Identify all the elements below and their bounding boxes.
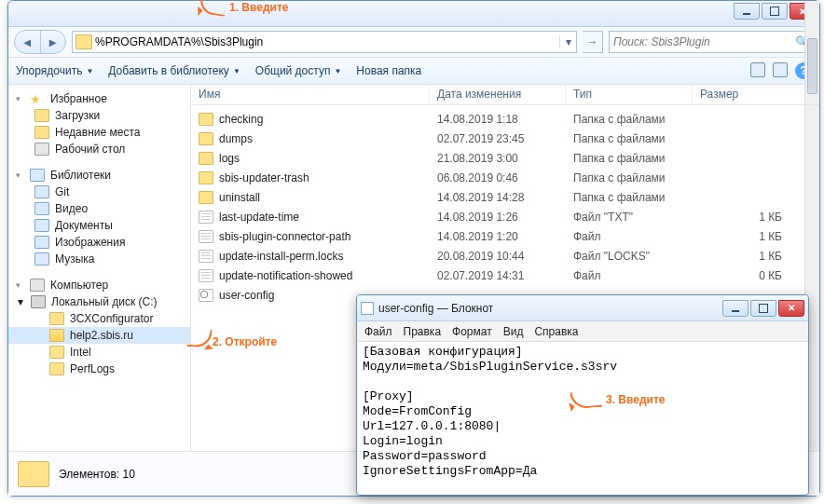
address-bar[interactable]: ▾ bbox=[72, 31, 577, 53]
folder-icon bbox=[49, 346, 64, 359]
address-dropdown-icon[interactable]: ▾ bbox=[559, 35, 576, 48]
tree-label: Изображения bbox=[55, 236, 125, 249]
file-name: last-update-time bbox=[219, 211, 299, 224]
nav-forward-button[interactable]: ► bbox=[40, 31, 66, 53]
file-type: Папка с файлами bbox=[566, 132, 693, 145]
file-date: 14.08.2019 1:20 bbox=[430, 230, 566, 243]
tree-item-desktop[interactable]: Рабочий стол bbox=[8, 141, 190, 157]
file-row[interactable]: checking14.08.2019 1:18Папка с файлами bbox=[191, 109, 819, 129]
col-date[interactable]: Дата изменения bbox=[430, 85, 566, 104]
tree-label: help2.sbis.ru bbox=[70, 329, 133, 342]
file-row[interactable]: update-notification-showed02.07.2019 14:… bbox=[191, 266, 819, 285]
chevron-down-icon: ▼ bbox=[86, 67, 93, 75]
tree-item-images[interactable]: Изображения bbox=[8, 234, 190, 251]
new-folder-button[interactable]: Новая папка bbox=[356, 64, 421, 77]
tree-label: Видео bbox=[55, 202, 88, 215]
column-headers: Имя Дата изменения Тип Размер bbox=[191, 85, 819, 105]
maximize-button[interactable] bbox=[762, 3, 788, 20]
file-row[interactable]: last-update-time14.08.2019 1:26Файл "TXT… bbox=[191, 207, 819, 226]
explorer-toolbar: Упорядочить▼ Добавить в библиотеку▼ Общи… bbox=[8, 57, 819, 85]
file-name: logs bbox=[219, 152, 240, 165]
file-name: user-config bbox=[219, 289, 274, 302]
file-type: Папка с файлами bbox=[566, 152, 693, 165]
menu-view[interactable]: Вид bbox=[503, 325, 524, 338]
notepad-maximize-button[interactable] bbox=[750, 300, 776, 317]
tree-item-perflogs[interactable]: PerfLogs bbox=[8, 361, 190, 377]
file-date: 14.08.2019 1:26 bbox=[430, 211, 566, 224]
menu-help[interactable]: Справка bbox=[534, 325, 578, 338]
folder-icon bbox=[199, 152, 213, 165]
notepad-menubar: Файл Правка Формат Вид Справка bbox=[357, 321, 808, 342]
share-menu[interactable]: Общий доступ▼ bbox=[255, 64, 342, 77]
minimize-button[interactable] bbox=[734, 3, 760, 20]
favorites-label: Избранное bbox=[50, 92, 107, 105]
search-box[interactable]: 🔍 bbox=[609, 31, 814, 53]
folder-icon bbox=[199, 132, 213, 145]
preview-pane-icon[interactable] bbox=[773, 62, 788, 77]
library-icon bbox=[34, 202, 49, 215]
tree-label: Музыка bbox=[55, 252, 94, 266]
libraries-header[interactable]: ▾Библиотеки bbox=[8, 167, 190, 184]
file-row[interactable]: sbis-plugin-connector-path14.08.2019 1:2… bbox=[191, 226, 819, 246]
nav-back-forward: ◄ ► bbox=[14, 30, 66, 54]
tree-label: Документы bbox=[55, 219, 113, 232]
file-date: 06.08.2019 0:46 bbox=[430, 171, 566, 184]
organize-menu[interactable]: Упорядочить▼ bbox=[16, 64, 93, 77]
notepad-close-button[interactable] bbox=[778, 300, 804, 317]
tree-label: Рабочий стол bbox=[55, 143, 125, 156]
collapse-icon: ▾ bbox=[18, 295, 23, 308]
file-row[interactable]: dumps02.07.2019 23:45Папка с файлами bbox=[191, 129, 819, 148]
tree-item-git[interactable]: Git bbox=[8, 184, 190, 200]
file-row[interactable]: update-install-perm.locks20.08.2019 10:4… bbox=[191, 246, 819, 266]
hdd-icon bbox=[31, 295, 46, 308]
tree-item-recent[interactable]: Недавние места bbox=[8, 124, 190, 141]
address-input[interactable] bbox=[95, 35, 559, 48]
status-text: Элементов: 10 bbox=[59, 468, 135, 481]
menu-edit[interactable]: Правка bbox=[404, 325, 442, 338]
notepad-title: user-config — Блокнот bbox=[361, 302, 493, 315]
file-date: 02.07.2019 14:31 bbox=[430, 269, 566, 282]
add-to-library-menu[interactable]: Добавить в библиотеку▼ bbox=[108, 64, 240, 77]
tree-item-intel[interactable]: Intel bbox=[8, 344, 190, 361]
computer-icon bbox=[30, 279, 45, 292]
collapse-icon: ▾ bbox=[16, 94, 24, 103]
favorites-header[interactable]: ▾★Избранное bbox=[8, 90, 190, 107]
notepad-content[interactable]: [Базовая конфигурация] Модули=meta/SbisP… bbox=[357, 342, 808, 482]
col-size[interactable]: Размер bbox=[693, 85, 819, 104]
notepad-title-text: user-config — Блокнот bbox=[378, 302, 493, 315]
notepad-minimize-button[interactable] bbox=[722, 300, 748, 317]
libraries-label: Библиотеки bbox=[50, 169, 111, 182]
folder-icon bbox=[76, 34, 92, 49]
search-input[interactable] bbox=[613, 35, 795, 48]
computer-label: Компьютер bbox=[50, 279, 108, 292]
libraries-icon bbox=[30, 169, 45, 182]
file-rows: checking14.08.2019 1:18Папка с файламиdu… bbox=[191, 105, 819, 305]
tree-item-documents[interactable]: Документы bbox=[8, 217, 190, 234]
go-refresh-button[interactable]: → bbox=[583, 31, 603, 53]
tree-item-help2[interactable]: help2.sbis.ru bbox=[8, 327, 190, 344]
tree-item-downloads[interactable]: Загрузки bbox=[8, 107, 190, 124]
collapse-icon: ▾ bbox=[16, 170, 24, 180]
tree-label: 3CXConfigurator bbox=[70, 312, 153, 325]
file-date: 20.08.2019 10:44 bbox=[430, 250, 566, 263]
folder-open-icon bbox=[49, 329, 64, 342]
file-type: Папка с файлами bbox=[566, 113, 693, 126]
view-options-icon[interactable] bbox=[750, 62, 765, 77]
tree-item-drive-c[interactable]: ▾Локальный диск (C:) bbox=[8, 293, 190, 310]
folder-icon bbox=[199, 171, 213, 184]
tree-item-3cx[interactable]: 3CXConfigurator bbox=[8, 310, 190, 327]
computer-header[interactable]: ▾Компьютер bbox=[8, 277, 190, 293]
col-type[interactable]: Тип bbox=[566, 85, 693, 104]
folder-icon bbox=[34, 109, 49, 122]
tree-item-video[interactable]: Видео bbox=[8, 200, 190, 217]
file-size: 1 КБ bbox=[693, 230, 819, 243]
file-row[interactable]: sbis-updater-trash06.08.2019 0:46Папка с… bbox=[191, 168, 819, 187]
col-name[interactable]: Имя bbox=[191, 85, 430, 104]
file-row[interactable]: logs21.08.2019 3:00Папка с файлами bbox=[191, 148, 819, 168]
nav-back-button[interactable]: ◄ bbox=[15, 31, 40, 53]
menu-file[interactable]: Файл bbox=[364, 325, 392, 338]
menu-format[interactable]: Формат bbox=[452, 325, 492, 338]
tree-item-music[interactable]: Музыка bbox=[8, 251, 190, 267]
file-row[interactable]: uninstall14.08.2019 14:28Папка с файлами bbox=[191, 187, 819, 207]
file-type: Файл "LOCKS" bbox=[566, 250, 693, 263]
